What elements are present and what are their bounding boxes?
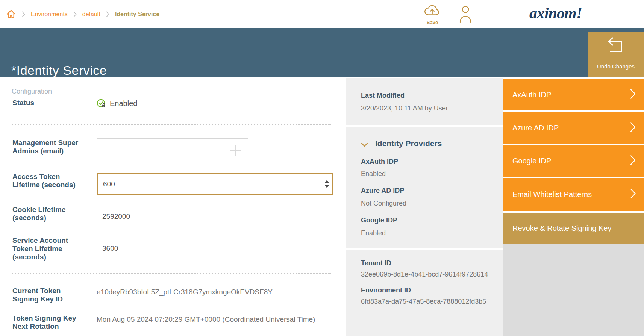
environment-id-label: Environment ID [361,286,411,294]
azure-ad-idp-button-label: Azure AD IDP [512,123,559,132]
save-button[interactable]: Save [421,3,444,25]
page-header: *Identity Service Configuration [0,28,644,77]
undo-changes-label: Undo Changes [588,63,644,70]
chevron-right-icon [22,11,25,17]
google-idp-button[interactable]: Google IDP [503,145,644,177]
cookie-lifetime-input[interactable] [97,205,333,228]
page-subtitle: Configuration [12,88,52,95]
separator [12,124,331,125]
undo-arrow-icon [607,36,625,56]
home-icon[interactable] [6,9,16,19]
revoke-rotate-signing-key-button-label: Revoke & Rotate Signing Key [512,224,612,233]
identity-service-page: Environments default Identity Service Sa… [0,0,644,336]
last-modified-value: 3/20/2023, 10:11 AM by User [361,104,448,112]
idp-axauth-status: Enabled [361,170,386,178]
spinner-arrows-icon[interactable] [325,180,329,188]
cookie-lifetime-label: Cookie Lifetime (seconds) [12,206,91,222]
management-super-admins-label: Management Super Admins (email) [12,139,91,155]
status-label: Status [12,99,91,107]
chevron-right-icon [630,188,636,200]
status-enabled-lock-icon [96,98,106,109]
current-token-signing-key-id-value: e10deyRb93bIoL5Z_ptLCr318G7ymxkngeOkEVDS… [97,288,273,296]
top-bar: Environments default Identity Service Sa… [0,0,644,28]
breadcrumb-default[interactable]: default [82,11,100,18]
revoke-rotate-signing-key-button[interactable]: Revoke & Rotate Signing Key [503,213,644,244]
access-token-lifetime-label: Access Token Lifetime (seconds) [12,173,91,189]
axinom-logo: axinom! [529,4,582,22]
actions-column: AxAuth IDP Azure AD IDP Google IDP Email… [503,77,644,336]
last-modified-card: Last Modified 3/20/2023, 10:11 AM by Use… [346,78,503,125]
chevron-right-icon [73,11,77,17]
tenant-id-label: Tenant ID [361,259,391,267]
idp-azure-status: Not Configured [361,200,406,207]
identity-providers-heading: Identity Providers [375,139,442,148]
tenant-id-value: 32ee069b-8d1e-4b41-bcd7-9614f9728614 [361,271,488,278]
breadcrumb-environments[interactable]: Environments [31,11,68,18]
status-text: Enabled [110,99,137,108]
idp-axauth-label: AxAuth IDP [361,158,398,166]
actions-column-background [503,244,644,336]
plus-icon[interactable] [229,144,242,157]
service-account-token-lifetime-label: Service Account Token Lifetime (seconds) [12,236,91,261]
last-modified-label: Last Modified [361,92,405,100]
breadcrumb-identity-service: Identity Service [115,11,159,18]
breadcrumb: Environments default Identity Service [6,0,159,28]
user-icon[interactable] [459,5,472,23]
access-token-lifetime-input[interactable] [97,173,333,195]
service-account-token-lifetime-input[interactable] [97,237,333,260]
chevron-right-icon [630,122,636,134]
idp-azure-label: Azure AD IDP [361,187,404,195]
chevron-right-icon [630,155,636,167]
email-whitelist-patterns-button[interactable]: Email Whitelist Patterns [503,178,644,211]
save-button-label: Save [421,20,444,25]
current-token-signing-key-id-label: Current Token Signing Key ID [12,287,91,303]
chevron-right-icon [630,89,636,101]
undo-changes-button[interactable]: Undo Changes [588,32,644,77]
environment-id-value: 6fd83a7a-da75-47a5-8eca-7888012fd3b5 [361,298,486,306]
ids-card: Tenant ID 32ee069b-8d1e-4b41-bcd7-9614f9… [346,250,503,336]
management-super-admins-input[interactable] [97,138,248,162]
topbar-divider [449,0,449,28]
axauth-idp-button-label: AxAuth IDP [512,90,551,99]
azure-ad-idp-button[interactable]: Azure AD IDP [503,112,644,144]
idp-google-label: Google IDP [361,216,397,224]
page-title: *Identity Service [11,63,107,78]
token-signing-key-next-rotation-value: Mon Aug 05 2024 07:20:29 GMT+0000 (Coord… [97,315,315,324]
separator [12,273,331,274]
email-whitelist-patterns-button-label: Email Whitelist Patterns [512,190,592,199]
chevron-down-icon[interactable] [361,142,368,148]
cloud-upload-icon [424,12,441,19]
token-signing-key-next-rotation-label: Token Signing Key Next Rotation [12,314,91,331]
status-value: Enabled [96,98,137,109]
idp-google-status: Enabled [361,229,386,237]
axauth-idp-button[interactable]: AxAuth IDP [503,79,644,110]
chevron-right-icon [106,11,109,17]
google-idp-button-label: Google IDP [512,156,551,165]
identity-providers-card: Identity Providers AxAuth IDP Enabled Az… [346,127,503,248]
